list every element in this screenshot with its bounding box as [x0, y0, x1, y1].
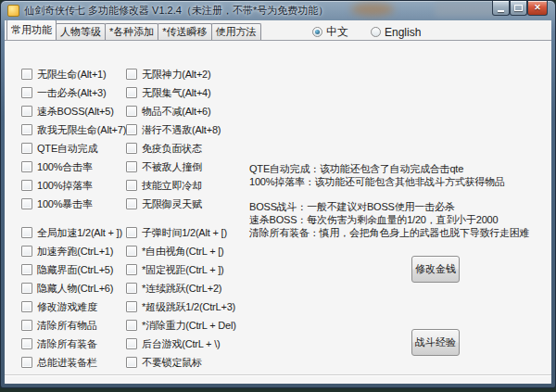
- minimize-icon: [498, 10, 504, 12]
- checkbox[interactable]: [21, 124, 32, 135]
- checkbox[interactable]: [21, 338, 32, 349]
- minimize-button[interactable]: [492, 1, 510, 16]
- radio-english-label: English: [385, 26, 421, 39]
- trainer-website-link[interactable]: 小幸修改器网站: [143, 383, 213, 384]
- checkbox-row: QTE自动完成: [21, 139, 126, 158]
- titlebar[interactable]: 仙剑奇侠传七 多功能修改器 V1.2.4（未注册，不带*号为免费功能） ✕: [1, 1, 555, 20]
- checkbox[interactable]: [126, 106, 137, 117]
- checkbox-label: 清除所有物品: [37, 319, 97, 333]
- checkbox-row: *连续跳跃(CtrL+2): [126, 279, 236, 297]
- checkbox-row: 速杀BOSS(Alt+5): [21, 102, 126, 120]
- checkbox[interactable]: [21, 357, 32, 368]
- app-icon: [7, 5, 19, 17]
- language-switch: 中文 English: [312, 24, 421, 40]
- note-line: [249, 189, 551, 202]
- checkbox-column-top-left: 无限生命(Alt+1)一击必杀(Alt+3)速杀BOSS(Alt+5)敌我无限生…: [21, 65, 126, 213]
- tab-character-level[interactable]: 人物等级: [56, 23, 106, 40]
- checkbox-label: 无限神力(Alt+2): [142, 68, 211, 82]
- checkbox[interactable]: [21, 227, 32, 238]
- checkbox-column-bottom-right: 子弹时间1/2(Alt + [)*自由视角(CtrL + [)*固定视距(Ctr…: [126, 223, 236, 372]
- checkbox-row: 100%掉落率: [21, 176, 126, 195]
- checkbox[interactable]: [21, 106, 32, 117]
- checkbox-label: 一击必杀(Alt+3): [37, 86, 107, 100]
- checkbox-label: 不要锁定鼠标: [142, 356, 202, 370]
- checkbox[interactable]: [126, 161, 137, 172]
- footer-divider: [5, 374, 551, 376]
- tab-usage[interactable]: 使用方法: [211, 23, 261, 40]
- maximize-button[interactable]: [510, 1, 527, 16]
- close-icon: ✕: [534, 4, 541, 12]
- checkbox-label: 物品不减(Alt+6): [142, 105, 211, 119]
- checkbox[interactable]: [126, 357, 137, 368]
- footer-bar: 请运行游戏：仙剑7 小幸修改器网站 检查更新 购买与注册 作者：@小幸姐: [5, 380, 551, 384]
- checkbox-label: 100%暴击率: [37, 197, 93, 211]
- checkbox-label: *超级跳跃1/2(CtrL+3): [142, 300, 235, 314]
- checkbox-label: 子弹时间1/2(Alt + [): [142, 226, 227, 240]
- radio-chinese-label: 中文: [326, 24, 348, 40]
- checkbox[interactable]: [126, 264, 137, 275]
- checkbox-row: *消除重力(CtrL + Del): [126, 316, 236, 335]
- close-button[interactable]: ✕: [527, 1, 548, 16]
- checkbox-label: 100%合击率: [37, 160, 93, 174]
- checkbox-label: 后台游戏(CtrL + \): [142, 337, 221, 351]
- checkbox[interactable]: [126, 87, 137, 98]
- author-link[interactable]: 作者：@小幸姐: [374, 383, 445, 384]
- checkbox-row: *固定视距(CtrL + ]): [126, 260, 236, 279]
- checkbox-label: 不被敌人撞倒: [142, 160, 202, 174]
- checkbox-label: 无限集气(Alt+4): [142, 86, 211, 100]
- checkbox-row: *自由视角(CtrL + [): [126, 242, 236, 260]
- tab-common-functions[interactable]: 常用功能: [6, 20, 57, 40]
- checkbox[interactable]: [126, 69, 137, 80]
- client-area: 常用功能 人物等级 *各种添加 *传送瞬移 使用方法 中文 English 无限…: [5, 20, 551, 384]
- radio-chinese[interactable]: [312, 27, 322, 37]
- checkbox[interactable]: [126, 246, 137, 257]
- checkbox[interactable]: [126, 283, 137, 294]
- checkbox-row: 无限神力(Alt+2): [126, 65, 221, 83]
- checkbox[interactable]: [126, 320, 137, 331]
- checkbox[interactable]: [21, 180, 32, 191]
- checkbox[interactable]: [21, 320, 32, 331]
- checkbox[interactable]: [126, 338, 137, 349]
- window-title: 仙剑奇侠传七 多功能修改器 V1.2.4（未注册，不带*号为免费功能）: [24, 4, 328, 18]
- checkbox[interactable]: [126, 198, 137, 209]
- checkbox-row: 不被敌人撞倒: [126, 158, 221, 176]
- check-update-link[interactable]: 检查更新: [234, 383, 274, 384]
- checkbox[interactable]: [126, 124, 137, 135]
- checkbox[interactable]: [21, 143, 32, 154]
- checkbox-row: 子弹时间1/2(Alt + [): [126, 223, 236, 242]
- checkbox-row: 免疫负面状态: [126, 139, 221, 158]
- checkbox-row: *超级跳跃1/2(CtrL+3): [126, 297, 236, 316]
- tab-teleport[interactable]: *传送瞬移: [158, 23, 211, 40]
- checkbox-column-top-right: 无限神力(Alt+2)无限集气(Alt+4)物品不减(Alt+6)潜行不遇敌(A…: [126, 65, 221, 213]
- run-game-hint: 请运行游戏：仙剑7: [31, 383, 116, 384]
- battle-exp-button[interactable]: 战斗经验: [411, 329, 460, 356]
- checkbox[interactable]: [126, 143, 137, 154]
- checkbox-label: 100%掉落率: [37, 179, 93, 193]
- modify-money-button[interactable]: 修改金钱: [411, 256, 460, 283]
- checkbox-label: 无限生命(Alt+1): [37, 68, 107, 82]
- note-line: 清除所有装备：慎用，会把角色身上的武器也脱下导致行走困难: [249, 227, 551, 240]
- note-line: QTE自动完成：该功能还包含了自动完成合击qte: [249, 163, 551, 176]
- checkbox[interactable]: [126, 301, 137, 312]
- checkbox-label: 潜行不遇敌(Alt+8): [142, 123, 221, 137]
- checkbox-label: 无限御灵天赋: [142, 197, 202, 211]
- tab-various-add[interactable]: *各种添加: [105, 23, 158, 40]
- checkbox-label: QTE自动完成: [37, 142, 97, 156]
- checkbox[interactable]: [21, 198, 32, 209]
- checkbox[interactable]: [21, 69, 32, 80]
- checkbox-row: 技能立即冷却: [126, 176, 221, 195]
- checkbox[interactable]: [21, 283, 32, 294]
- checkbox-row: 物品不减(Alt+6): [126, 102, 221, 120]
- checkbox[interactable]: [21, 301, 32, 312]
- checkbox-label: *消除重力(CtrL + Del): [142, 319, 236, 333]
- checkbox[interactable]: [21, 264, 32, 275]
- checkbox[interactable]: [21, 246, 32, 257]
- radio-english[interactable]: [371, 27, 381, 37]
- checkbox[interactable]: [126, 180, 137, 191]
- buy-register-link[interactable]: 购买与注册: [297, 383, 348, 384]
- checkbox-label: 全局加速1/2(Alt + ]): [37, 226, 122, 240]
- checkbox[interactable]: [21, 87, 32, 98]
- checkbox[interactable]: [21, 161, 32, 172]
- checkbox-label: 免疫负面状态: [142, 142, 202, 156]
- checkbox[interactable]: [126, 227, 137, 238]
